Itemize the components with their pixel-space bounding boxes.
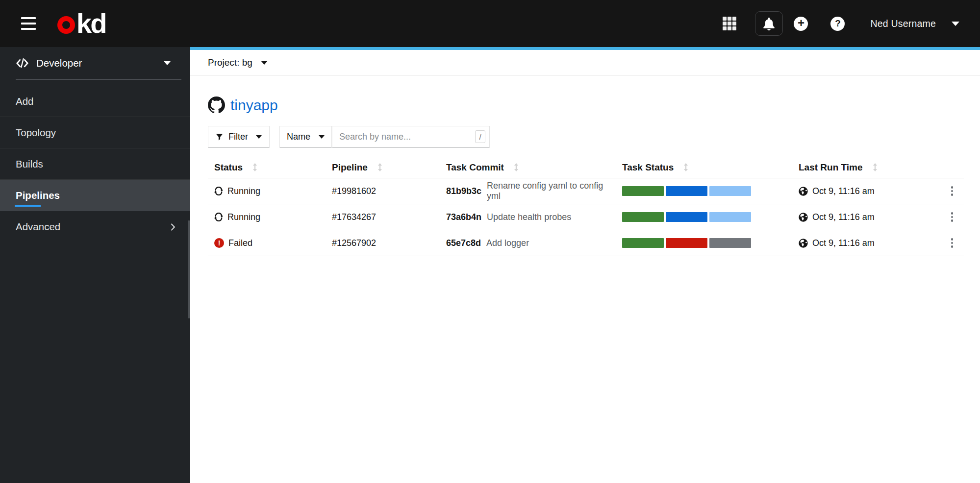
code-icon: [16, 58, 29, 68]
row-actions-kebab[interactable]: [949, 184, 955, 198]
task-segment: [622, 212, 664, 222]
table-header-row: Status Pipeline Task Commit Task Status …: [208, 157, 964, 178]
project-selector[interactable]: Project: bg: [190, 50, 980, 76]
perspective-switcher[interactable]: Developer: [0, 47, 190, 79]
page-title: tinyapp: [208, 97, 980, 114]
globe-icon: [799, 187, 808, 196]
okd-logo[interactable]: kd: [57, 12, 105, 35]
pipeline-run-cell: #12567902: [326, 238, 440, 248]
attribute-dropdown[interactable]: Name: [279, 126, 332, 147]
sidebar-item-builds[interactable]: Builds: [0, 148, 190, 180]
masthead-actions: + ? Ned Username: [723, 11, 959, 36]
table-row: Running #19981602 81b9b3c Rename config …: [208, 178, 964, 204]
sync-icon: [214, 213, 223, 221]
sidebar-divider: [16, 79, 181, 80]
task-status-bars: [622, 186, 751, 196]
column-header-task-commit[interactable]: Task Commit: [440, 162, 616, 173]
github-icon: [208, 97, 225, 114]
caret-down-icon: [261, 61, 268, 65]
pipeline-run-cell: #17634267: [326, 212, 440, 222]
caret-down-icon: [319, 135, 325, 139]
task-status-cell: [616, 186, 792, 196]
task-segment: [666, 238, 707, 248]
last-run-time-cell: Oct 9, 11:16 am: [792, 186, 935, 196]
sort-icon[interactable]: [683, 163, 688, 171]
project-label: Project: bg: [208, 57, 252, 68]
sort-icon[interactable]: [873, 163, 878, 171]
task-segment: [709, 238, 751, 248]
bell-icon: [763, 17, 775, 30]
sidebar-item-add[interactable]: Add: [0, 86, 190, 117]
keyboard-shortcut-badge: /: [475, 130, 485, 143]
task-segment: [622, 186, 664, 196]
sidebar-item-advanced[interactable]: Advanced: [0, 211, 190, 242]
column-header-last-run-time[interactable]: Last Run Time: [792, 162, 935, 173]
sidebar-item-topology[interactable]: Topology: [0, 117, 190, 148]
caret-down-icon: [952, 22, 959, 26]
task-commit-cell: 81b9b3c Rename config yaml to config yml: [440, 181, 616, 201]
masthead: kd + ? Ned Username: [0, 0, 980, 47]
filter-label: Filter: [228, 132, 248, 142]
table-row: Running #17634267 73a6b4n Update health …: [208, 204, 964, 230]
help-button[interactable]: ?: [830, 17, 845, 31]
menu-toggle-icon[interactable]: [21, 17, 36, 30]
pipeline-name-link[interactable]: tinyapp: [230, 97, 278, 114]
logo-kd-text: kd: [76, 12, 105, 35]
active-indicator: [15, 205, 41, 207]
notifications-button[interactable]: [755, 11, 783, 36]
caret-down-icon: [256, 135, 262, 139]
plus-circle-icon: +: [794, 17, 808, 31]
column-header-status[interactable]: Status: [208, 162, 326, 173]
task-segment: [709, 212, 751, 222]
username: Ned Username: [870, 18, 936, 29]
pipeline-run-cell: #19981602: [326, 186, 440, 196]
task-status-cell: [616, 212, 792, 222]
column-header-pipeline[interactable]: Pipeline: [326, 162, 440, 173]
task-status-bars: [622, 238, 751, 248]
column-header-task-status[interactable]: Task Status: [616, 162, 792, 173]
sync-icon: [214, 187, 223, 195]
error-exclamation-icon: [214, 238, 224, 248]
user-menu[interactable]: Ned Username: [870, 18, 959, 29]
status-cell: Running: [208, 186, 326, 196]
sort-icon[interactable]: [252, 163, 257, 171]
status-cell: Failed: [208, 238, 326, 248]
chevron-right-icon: [171, 223, 176, 231]
sort-icon[interactable]: [377, 163, 382, 171]
question-circle-icon: ?: [830, 17, 845, 31]
last-run-time-cell: Oct 9, 11:16 am: [792, 212, 935, 222]
filter-icon: [216, 133, 223, 141]
logo-o-ring: [57, 16, 75, 34]
sidebar-item-pipelines[interactable]: Pipelines: [0, 180, 190, 211]
sidebar-nav: Developer Add Topology Builds Pipelines …: [0, 47, 190, 483]
task-segment: [666, 212, 707, 222]
grid-icon: [723, 17, 736, 30]
last-run-time-cell: Oct 9, 11:16 am: [792, 238, 935, 248]
main-content: Project: bg tinyapp Filter Name /: [190, 47, 980, 483]
table-row: Failed #12567902 65e7c8d Add logger: [208, 230, 964, 256]
caret-down-icon: [164, 61, 171, 65]
task-segment: [666, 186, 707, 196]
row-actions-kebab[interactable]: [949, 236, 955, 250]
task-status-cell: [616, 238, 792, 248]
toolbar: Filter Name /: [208, 126, 980, 147]
task-segment: [709, 186, 751, 196]
sidebar-scrollbar[interactable]: [188, 220, 190, 318]
attribute-label: Name: [287, 132, 310, 142]
task-commit-cell: 65e7c8d Add logger: [440, 238, 616, 248]
search-input[interactable]: [332, 126, 490, 147]
search-field: /: [332, 126, 490, 147]
task-commit-cell: 73a6b4n Update health probes: [440, 212, 616, 222]
create-button[interactable]: +: [794, 17, 808, 31]
pipeline-runs-table: Status Pipeline Task Commit Task Status …: [208, 157, 964, 256]
nav-list: Add Topology Builds Pipelines Advanced: [0, 86, 190, 242]
globe-icon: [799, 213, 808, 222]
app-launcher-button[interactable]: [723, 17, 736, 30]
sort-icon[interactable]: [514, 163, 519, 171]
perspective-label: Developer: [36, 57, 82, 69]
row-actions-kebab[interactable]: [949, 210, 955, 224]
status-cell: Running: [208, 212, 326, 222]
task-status-bars: [622, 212, 751, 222]
filter-dropdown[interactable]: Filter: [208, 126, 270, 147]
task-segment: [622, 238, 664, 248]
